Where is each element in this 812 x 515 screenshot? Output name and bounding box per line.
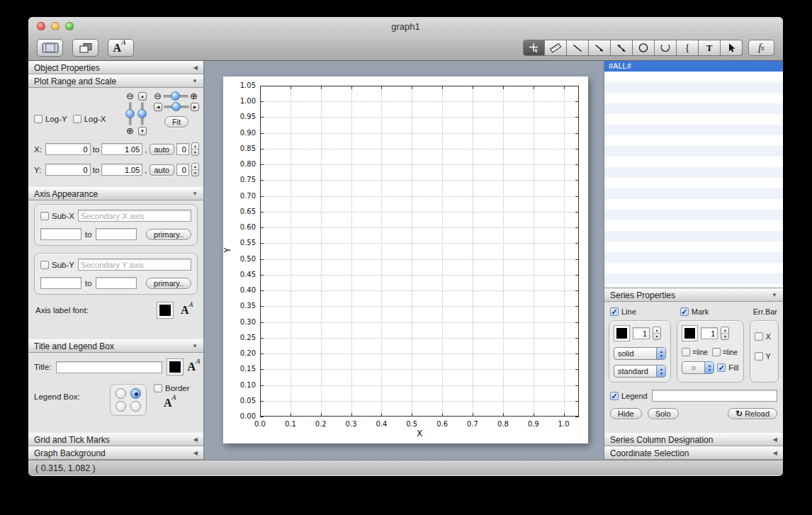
function-tool[interactable]: fx bbox=[748, 40, 774, 56]
title-color-well[interactable] bbox=[167, 358, 184, 375]
section-plot-range[interactable]: Plot Range and Scale ▼ bbox=[28, 74, 203, 88]
x-zoom-slider[interactable]: ⊖ ⊕ bbox=[154, 92, 199, 101]
slider-thumb[interactable] bbox=[137, 109, 147, 118]
series-legend-checkbox[interactable]: ✓ Legend bbox=[610, 392, 648, 400]
section-axis-appearance[interactable]: Axis Appearance ▼ bbox=[28, 187, 203, 200]
series-list-item[interactable] bbox=[604, 103, 783, 114]
mark-color-well[interactable] bbox=[682, 325, 698, 341]
pan-left-icon[interactable]: ◀ bbox=[154, 103, 162, 111]
line-color-well[interactable] bbox=[614, 325, 630, 341]
series-list-item[interactable] bbox=[604, 220, 783, 231]
y-zoom-slider[interactable]: ⊖ ⊕ bbox=[126, 92, 134, 135]
mark-size-eqline-checkbox[interactable] bbox=[712, 348, 721, 356]
log-x-checkbox[interactable]: Log-X bbox=[73, 115, 106, 123]
minimize-button[interactable] bbox=[51, 22, 60, 30]
mark-shape-dropdown[interactable]: ○ ▲▼ bbox=[682, 361, 714, 374]
zoom-out-icon[interactable]: ⊖ bbox=[126, 92, 134, 101]
slider-thumb[interactable] bbox=[171, 102, 181, 111]
x-digits-stepper[interactable]: ▲▼ bbox=[191, 142, 199, 156]
text-tool[interactable]: T bbox=[699, 40, 721, 56]
section-grid-ticks[interactable]: Grid and Tick Marks ◀ bbox=[28, 433, 203, 446]
series-list-item[interactable] bbox=[604, 199, 783, 210]
mark-size-field[interactable] bbox=[701, 327, 718, 339]
solo-button[interactable]: Solo bbox=[648, 408, 679, 419]
series-list-item[interactable] bbox=[604, 188, 783, 199]
fit-button[interactable]: Fit bbox=[164, 116, 188, 128]
legend-pos-top-left-radio[interactable] bbox=[115, 388, 126, 399]
pan-down-icon[interactable]: ▼ bbox=[138, 127, 147, 135]
graph-title-field[interactable] bbox=[56, 361, 162, 373]
series-list-item[interactable] bbox=[604, 273, 783, 284]
sub-x-to-field[interactable] bbox=[96, 228, 137, 240]
slider-thumb[interactable] bbox=[171, 91, 180, 101]
y-digits-stepper[interactable]: ▲▼ bbox=[191, 163, 199, 176]
x-to-field[interactable] bbox=[101, 143, 142, 155]
fonts-button[interactable]: AA bbox=[108, 39, 134, 57]
x-auto-button[interactable]: auto bbox=[150, 144, 174, 155]
series-list-item[interactable] bbox=[604, 242, 783, 252]
title-font-icon[interactable]: AA bbox=[188, 361, 198, 373]
y-from-field[interactable] bbox=[45, 164, 91, 176]
section-title-legend[interactable]: Title and Legend Box ▼ bbox=[28, 339, 203, 353]
line-type-dropdown[interactable]: standard ▲▼ bbox=[614, 365, 666, 378]
series-list-item[interactable] bbox=[604, 252, 783, 263]
y-digits-field[interactable] bbox=[176, 164, 189, 176]
double-arrow-tool[interactable] bbox=[611, 40, 633, 56]
sub-x-checkbox[interactable]: Sub-X bbox=[40, 212, 74, 220]
y-auto-button[interactable]: auto bbox=[150, 164, 174, 176]
section-graph-background[interactable]: Graph Background ◀ bbox=[28, 446, 203, 460]
title-bar[interactable]: graph1 bbox=[28, 17, 783, 35]
legend-pos-top-right-radio[interactable] bbox=[130, 388, 141, 399]
sub-y-title-field[interactable] bbox=[78, 259, 191, 271]
sub-x-from-field[interactable] bbox=[40, 228, 81, 240]
mark-fill-checkbox[interactable]: ✓ Fill bbox=[717, 363, 738, 372]
legend-pos-bottom-right-radio[interactable] bbox=[130, 401, 141, 412]
series-list-item[interactable] bbox=[604, 263, 783, 273]
pan-right-icon[interactable]: ▶ bbox=[191, 103, 199, 111]
arc-tool[interactable] bbox=[655, 40, 677, 56]
move-tool[interactable] bbox=[523, 40, 545, 56]
objects-button[interactable] bbox=[72, 39, 98, 57]
line-tool[interactable] bbox=[567, 40, 589, 56]
sub-x-primary-button[interactable]: primary.. bbox=[146, 229, 191, 240]
series-list-item[interactable] bbox=[604, 82, 783, 93]
pan-up-icon[interactable]: ▲ bbox=[138, 92, 147, 101]
series-list-item[interactable] bbox=[604, 210, 783, 220]
axis-label-font-icon[interactable]: AA bbox=[181, 304, 196, 317]
ellipse-tool[interactable] bbox=[633, 40, 655, 56]
errbar-y-checkbox[interactable]: Y bbox=[755, 352, 771, 361]
series-list-item[interactable] bbox=[604, 114, 783, 125]
line-width-stepper[interactable]: ▲▼ bbox=[653, 327, 661, 340]
hide-button[interactable]: Hide bbox=[610, 408, 642, 419]
data-window-button[interactable] bbox=[37, 39, 63, 57]
legend-border-checkbox[interactable]: Border bbox=[154, 384, 190, 392]
zoom-in-icon[interactable]: ⊕ bbox=[190, 92, 198, 101]
legend-pos-bottom-left-radio[interactable] bbox=[115, 401, 126, 412]
series-list-item[interactable] bbox=[604, 72, 783, 82]
series-list-item[interactable] bbox=[604, 157, 783, 167]
y-to-field[interactable] bbox=[101, 164, 142, 176]
log-y-checkbox[interactable]: Log-Y bbox=[34, 115, 67, 123]
slider-thumb[interactable] bbox=[125, 109, 135, 118]
section-series-properties[interactable]: Series Properties ▼ bbox=[604, 288, 783, 302]
x-from-field[interactable] bbox=[45, 143, 91, 155]
section-object-properties[interactable]: Object Properties ◀ bbox=[28, 61, 203, 74]
line-checkbox[interactable]: ✓ Line bbox=[610, 307, 636, 316]
reload-button[interactable]: ↻ Reload bbox=[728, 408, 777, 419]
series-list-item-selected[interactable]: #ALL# bbox=[604, 61, 783, 72]
zoom-out-icon[interactable]: ⊖ bbox=[154, 92, 162, 101]
series-list-item[interactable] bbox=[604, 167, 783, 178]
line-width-field[interactable] bbox=[633, 327, 650, 339]
legend-font-icon[interactable]: AA bbox=[164, 397, 179, 409]
sub-y-from-field[interactable] bbox=[40, 277, 81, 289]
mark-color-eqline-checkbox[interactable] bbox=[682, 348, 690, 356]
errbar-x-checkbox[interactable]: X bbox=[755, 332, 771, 341]
sub-y-primary-button[interactable]: primary.. bbox=[146, 278, 191, 289]
sub-y-to-field[interactable] bbox=[96, 277, 137, 289]
series-list-item[interactable] bbox=[604, 125, 783, 135]
arrow-tool[interactable] bbox=[589, 40, 611, 56]
ruler-tool[interactable] bbox=[545, 40, 567, 56]
mark-checkbox[interactable]: ✓ Mark bbox=[680, 307, 709, 316]
series-list-item[interactable] bbox=[604, 231, 783, 242]
x-pan-slider[interactable]: ◀ ▶ bbox=[154, 103, 199, 111]
